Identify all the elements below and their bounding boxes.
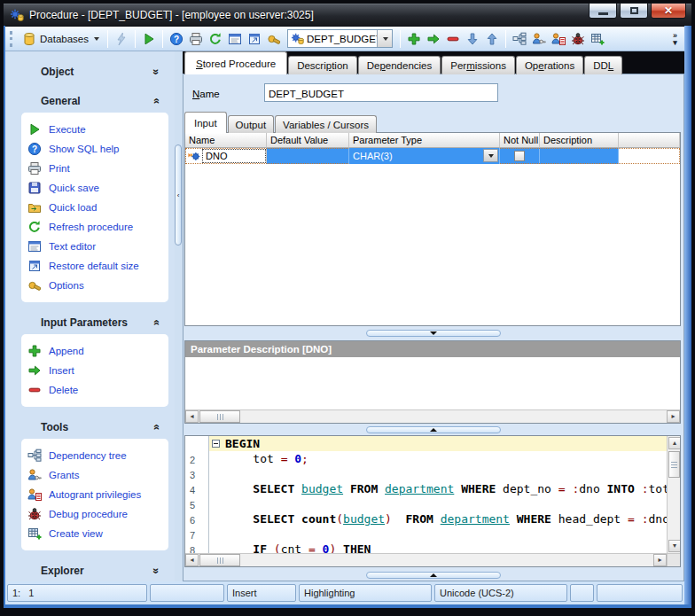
- parameter-type-dropdown[interactable]: [483, 149, 498, 162]
- grid-column-header-description[interactable]: Description: [540, 133, 619, 148]
- code-editing-area[interactable]: BEGIN2 tot = 0;34 SELECT budget FROM dep…: [185, 436, 667, 553]
- param-tab-output[interactable]: Output: [228, 115, 275, 133]
- splitter-handle[interactable]: [366, 426, 501, 433]
- fold-collapse-icon[interactable]: [212, 440, 220, 448]
- maximize-button[interactable]: [620, 3, 648, 19]
- debug-button[interactable]: [568, 29, 588, 49]
- sidebar-item-append[interactable]: Append: [26, 341, 167, 361]
- sidebar-item-grants[interactable]: Grants: [26, 465, 167, 485]
- editor-hscrollbar[interactable]: ◂ ▸: [185, 553, 667, 566]
- not-null-checkbox[interactable]: [514, 151, 525, 161]
- parameter-description-body[interactable]: [185, 357, 680, 409]
- splitter-handle[interactable]: [366, 330, 501, 337]
- section-title: Explorer: [41, 565, 84, 577]
- tab-description[interactable]: Description: [288, 56, 357, 74]
- print-button[interactable]: [186, 29, 206, 49]
- procedure-name-input[interactable]: [264, 83, 498, 102]
- tab-dependencies[interactable]: Dependencies: [358, 56, 441, 74]
- tab-permissions[interactable]: Permissions: [441, 56, 515, 74]
- scroll-left-button[interactable]: ◂: [185, 554, 199, 566]
- grid-description-cell[interactable]: [540, 148, 619, 164]
- sidebar-item-delete[interactable]: Delete: [26, 380, 167, 400]
- sidebar-section-explorer[interactable]: Explorer»: [21, 562, 168, 580]
- sidebar-splitter[interactable]: ‹: [175, 51, 183, 581]
- scroll-thumb[interactable]: [668, 451, 680, 478]
- grid-column-header-not-null[interactable]: Not Null: [500, 133, 540, 148]
- tab-ddl[interactable]: DDL: [584, 56, 622, 74]
- scroll-right-button[interactable]: ▸: [653, 554, 667, 566]
- param-tab-input[interactable]: Input: [184, 112, 227, 133]
- text-editor-button[interactable]: [225, 29, 245, 49]
- grid-name-cell[interactable]: DNO: [185, 148, 267, 164]
- toolbar-grip[interactable]: [10, 31, 13, 47]
- execute-button[interactable]: [139, 29, 159, 49]
- sidebar-section-input-parameters[interactable]: Input Parameters»: [21, 314, 168, 331]
- grid-default-value-cell[interactable]: [267, 148, 349, 164]
- sidebar-item-create-view[interactable]: Create view: [26, 524, 167, 543]
- param-tab-variables-cursors[interactable]: Variables / Cursors: [275, 115, 377, 133]
- databases-button[interactable]: Databases: [18, 30, 104, 48]
- sidebar-item-refresh-procedure[interactable]: Refresh procedure: [26, 217, 167, 237]
- grid-not-null-cell[interactable]: [500, 148, 540, 164]
- grants-button[interactable]: [529, 29, 549, 49]
- sidebar-item-print[interactable]: Print: [26, 159, 167, 178]
- delete-button[interactable]: [443, 29, 463, 49]
- insert-button[interactable]: [424, 29, 443, 49]
- sidebar-section-tools[interactable]: Tools»: [21, 418, 168, 436]
- tab-operations[interactable]: Operations: [516, 56, 583, 74]
- sidebar-item-text-editor[interactable]: Text editor: [26, 237, 167, 256]
- append-button[interactable]: [404, 29, 424, 49]
- navigation-sidebar: Object»General»ExecuteShow SQL helpPrint…: [5, 51, 175, 581]
- scroll-down-button[interactable]: ▾: [668, 540, 681, 552]
- param-name-edit-cell[interactable]: DNO: [202, 149, 266, 163]
- sidebar-item-dependency-tree[interactable]: Dependency tree: [26, 446, 167, 465]
- autogrant-button[interactable]: [549, 29, 568, 49]
- tab-stored-procedure[interactable]: Stored Procedure: [184, 51, 287, 74]
- refresh-button[interactable]: [206, 29, 225, 49]
- grid-parameter-type-cell[interactable]: CHAR(3): [349, 148, 500, 164]
- grid-column-header-parameter-type[interactable]: Parameter Type: [349, 133, 500, 148]
- sidebar-item-show-sql-help[interactable]: Show SQL help: [26, 139, 167, 159]
- procedure-combo-value: DEPT_BUDGET: [304, 34, 377, 44]
- bottom-splitter[interactable]: [184, 572, 683, 580]
- sidebar-item-quick-save[interactable]: Quick save: [26, 178, 167, 198]
- parameter-description-hscrollbar[interactable]: ◂ ▸: [185, 409, 680, 423]
- toolbar-overflow-button[interactable]: »▾: [668, 32, 682, 46]
- sidebar-item-autogrant-privilegies[interactable]: Autogrant privilegies: [26, 485, 167, 504]
- help-button[interactable]: [167, 29, 186, 49]
- sidebar-section-object[interactable]: Object»: [21, 63, 168, 81]
- move-up-button[interactable]: [482, 29, 502, 49]
- description-editor-splitter[interactable]: [184, 426, 683, 434]
- sidebar-section-general[interactable]: General»: [21, 92, 168, 110]
- quick-save-icon: [27, 181, 42, 195]
- compile-button[interactable]: [112, 29, 131, 49]
- sidebar-item-quick-load[interactable]: Quick load: [26, 198, 167, 217]
- scroll-right-button[interactable]: ▸: [667, 410, 680, 423]
- grid-column-header-default-value[interactable]: Default Value: [267, 133, 349, 148]
- minimize-button[interactable]: [589, 3, 617, 19]
- scroll-left-button[interactable]: ◂: [185, 410, 199, 423]
- editor-vscrollbar[interactable]: ▴ ▾: [667, 436, 680, 553]
- grid-description-splitter[interactable]: [184, 330, 683, 338]
- grid-column-header-name[interactable]: Name: [185, 133, 267, 148]
- sidebar-item-restore-default-size[interactable]: Restore default size: [26, 256, 167, 276]
- debug-icon: [571, 32, 585, 46]
- restore-default-size-button[interactable]: [245, 29, 264, 49]
- scroll-thumb[interactable]: [199, 410, 240, 423]
- splitter-handle[interactable]: [366, 572, 501, 579]
- options-button[interactable]: [264, 29, 284, 49]
- close-button[interactable]: ✕: [651, 3, 686, 19]
- sidebar-item-insert[interactable]: Insert: [26, 361, 167, 380]
- sidebar-item-execute[interactable]: Execute: [26, 120, 167, 139]
- sidebar-item-options[interactable]: Options: [26, 276, 167, 295]
- move-down-button[interactable]: [463, 29, 482, 49]
- procedure-combo[interactable]: DEPT_BUDGET: [287, 29, 393, 48]
- sidebar-item-debug-procedure[interactable]: Debug procedure: [26, 504, 167, 524]
- dependency-tree-button[interactable]: [510, 29, 529, 49]
- scroll-thumb[interactable]: [199, 554, 240, 566]
- sidebar-splitter-handle[interactable]: ‹: [175, 144, 182, 246]
- create-view-button[interactable]: [588, 29, 607, 49]
- scroll-up-button[interactable]: ▴: [668, 437, 681, 449]
- procedure-combo-dropdown[interactable]: [377, 30, 392, 47]
- grid-data-row[interactable]: DNOCHAR(3): [185, 148, 680, 164]
